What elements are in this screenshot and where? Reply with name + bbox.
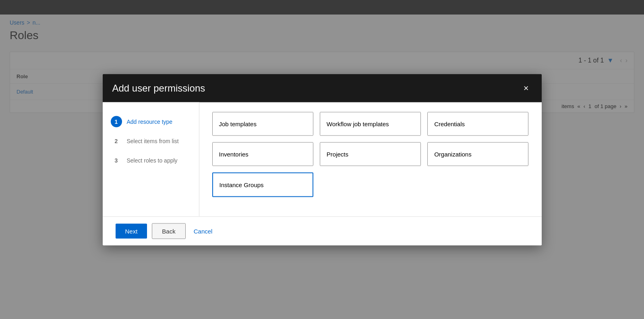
step-3-number: 3 — [111, 154, 122, 166]
step-2-number: 2 — [111, 135, 122, 146]
step-1-label: Add resource type — [127, 118, 173, 125]
modal-main-content: Job templates Workflow job templates Cre… — [199, 102, 542, 216]
resource-type-grid: Job templates Workflow job templates Cre… — [212, 112, 529, 197]
resource-btn-job-templates[interactable]: Job templates — [212, 112, 313, 136]
step-3-label: Select roles to apply — [127, 157, 178, 163]
step-2-label: Select items from list — [127, 138, 179, 144]
resource-btn-organizations[interactable]: Organizations — [427, 142, 528, 166]
add-user-permissions-modal: Add user permissions × 1 Add resource ty… — [103, 74, 542, 245]
resource-btn-inventories[interactable]: Inventories — [212, 142, 313, 166]
resource-btn-workflow-job-templates[interactable]: Workflow job templates — [320, 112, 421, 136]
back-button[interactable]: Back — [152, 223, 185, 239]
cancel-button[interactable]: Cancel — [191, 223, 216, 238]
step-2-select-items: 2 Select items from list — [103, 131, 199, 150]
resource-btn-credentials[interactable]: Credentials — [427, 112, 528, 136]
modal-title: Add user permissions — [112, 82, 205, 94]
modal-steps-sidebar: 1 Add resource type 2 Select items from … — [103, 102, 199, 216]
resource-btn-instance-groups[interactable]: Instance Groups — [212, 172, 313, 197]
step-3-select-roles: 3 Select roles to apply — [103, 150, 199, 170]
modal-close-button[interactable]: × — [520, 82, 532, 94]
next-button[interactable]: Next — [116, 223, 147, 238]
modal-body: 1 Add resource type 2 Select items from … — [103, 102, 542, 216]
step-1-number: 1 — [111, 116, 122, 127]
step-1-add-resource-type: 1 Add resource type — [103, 112, 199, 131]
modal-header: Add user permissions × — [103, 74, 542, 102]
modal-footer: Next Back Cancel — [103, 216, 542, 245]
resource-btn-projects[interactable]: Projects — [320, 142, 421, 166]
